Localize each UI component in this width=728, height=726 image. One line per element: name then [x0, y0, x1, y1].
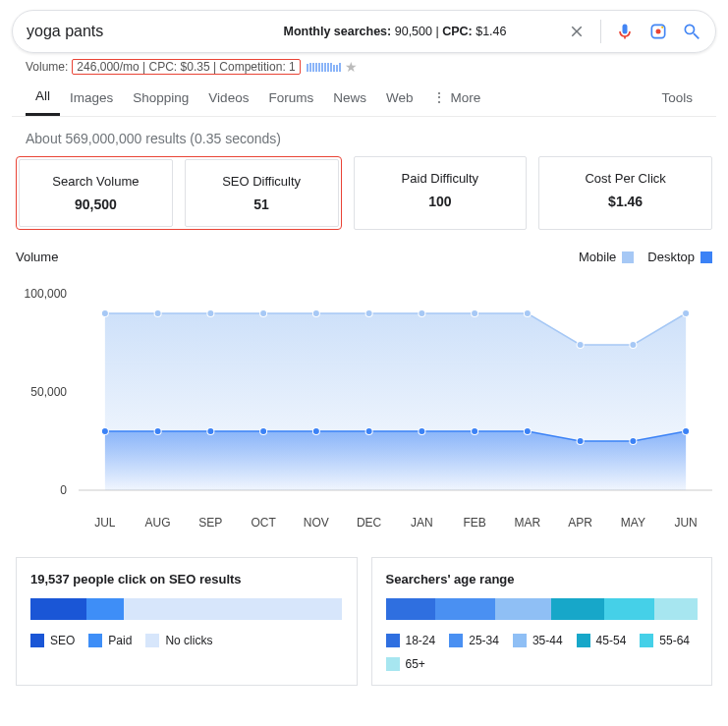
swatch-paid	[88, 634, 102, 647]
svg-point-26	[630, 438, 637, 445]
search-icon[interactable]	[682, 22, 701, 41]
svg-point-9	[365, 310, 372, 317]
svg-point-8	[312, 310, 319, 317]
volume-highlight: 246,000/mo | CPC: $0.35 | Competition: 1	[72, 59, 300, 75]
svg-point-15	[683, 310, 690, 317]
volume-summary-line: Volume: 246,000/mo | CPC: $0.35 | Compet…	[26, 59, 712, 75]
volume-prefix: Volume:	[26, 60, 68, 74]
svg-point-23	[472, 428, 478, 435]
card-paid-difficulty: Paid Difficulty 100	[354, 156, 528, 230]
legend-swatch	[700, 251, 712, 263]
svg-point-7	[260, 310, 267, 317]
svg-point-11	[472, 310, 478, 317]
tabs-row: All Images Shopping Videos Forums News W…	[12, 79, 716, 117]
svg-point-13	[577, 342, 584, 349]
svg-point-24	[524, 428, 531, 435]
age-bar	[386, 598, 699, 620]
star-icon[interactable]: ★	[345, 59, 358, 75]
svg-point-18	[207, 428, 214, 435]
card-label: Search Volume	[26, 174, 166, 189]
svg-point-14	[630, 342, 637, 349]
more-dots-icon: ⋮	[432, 89, 446, 105]
lens-icon[interactable]	[648, 22, 668, 41]
card-value: 90,500	[26, 196, 166, 212]
tab-news[interactable]: News	[323, 81, 376, 115]
card-value: $1.46	[545, 194, 705, 209]
clicks-legend: SEO Paid No clicks	[30, 634, 343, 647]
svg-point-10	[419, 310, 425, 317]
svg-point-17	[154, 428, 161, 435]
panel-title: 19,537 people click on SEO results	[30, 572, 343, 586]
tab-web[interactable]: Web	[376, 81, 423, 115]
tab-videos[interactable]: Videos	[198, 81, 258, 115]
svg-point-5	[154, 310, 161, 317]
card-seo-difficulty: SEO Difficulty 51	[185, 159, 339, 227]
chip-label: No clicks	[165, 634, 212, 647]
monthly-searches-label: Monthly searches:	[283, 25, 391, 38]
panel-title: Searchers' age range	[386, 572, 699, 586]
svg-point-20	[312, 428, 319, 435]
svg-point-27	[683, 428, 690, 435]
chip-label: Paid	[108, 634, 132, 647]
results-meta: About 569,000,000 results (0.35 seconds)	[12, 117, 716, 156]
legend-desktop: Desktop	[647, 250, 712, 264]
legend-swatch	[622, 251, 634, 263]
clicks-panel: 19,537 people click on SEO results SEO P…	[16, 557, 358, 686]
svg-point-4	[101, 310, 108, 317]
legend-label: Desktop	[647, 250, 695, 264]
chart-title: Volume	[16, 250, 58, 264]
highlighted-stats: Search Volume 90,500 SEO Difficulty 51	[16, 156, 342, 230]
card-label: SEO Difficulty	[192, 174, 332, 189]
svg-point-1	[656, 29, 661, 34]
svg-point-12	[524, 310, 531, 317]
svg-point-19	[260, 428, 267, 435]
tab-forums[interactable]: Forums	[258, 81, 323, 115]
card-label: Cost Per Click	[545, 171, 705, 186]
chart-legend: Mobile Desktop	[579, 250, 712, 264]
card-label: Paid Difficulty	[361, 171, 521, 186]
card-search-volume: Search Volume 90,500	[19, 159, 173, 227]
stat-cards-row: Search Volume 90,500 SEO Difficulty 51 P…	[12, 156, 716, 230]
mic-icon[interactable]	[615, 22, 635, 41]
tab-shopping[interactable]: Shopping	[123, 81, 198, 115]
tab-more-label: More	[450, 90, 480, 105]
svg-point-25	[577, 438, 584, 445]
svg-point-22	[419, 428, 425, 435]
search-meta: Monthly searches: 90,500 | CPC: $1.46	[223, 25, 567, 38]
x-axis: JULAUGSEPOCTNOVDECJANFEBMARAPRMAYJUN	[79, 516, 712, 530]
mini-trend-bars	[307, 62, 341, 72]
search-input[interactable]	[27, 23, 223, 40]
card-value: 100	[361, 194, 521, 209]
svg-point-6	[207, 310, 214, 317]
search-bar: Monthly searches: 90,500 | CPC: $1.46	[12, 10, 716, 53]
chip-label: SEO	[50, 634, 75, 647]
age-legend: 18-2425-3435-4445-5455-6465+	[386, 634, 699, 671]
card-cpc: Cost Per Click $1.46	[538, 156, 712, 230]
swatch-noclicks	[145, 634, 159, 647]
cpc-label: CPC:	[442, 25, 473, 38]
swatch-seo	[30, 634, 44, 647]
y-axis: 050,000100,000	[16, 294, 75, 510]
svg-point-2	[661, 27, 663, 28]
cpc-value: $1.46	[476, 25, 506, 38]
card-value: 51	[192, 196, 332, 212]
clear-icon[interactable]	[567, 22, 587, 41]
legend-mobile: Mobile	[579, 250, 634, 264]
clicks-bar	[30, 598, 343, 620]
tab-all[interactable]: All	[26, 79, 60, 116]
tab-images[interactable]: Images	[60, 81, 123, 115]
monthly-searches-value: 90,500	[395, 25, 432, 38]
tab-tools[interactable]: Tools	[651, 81, 702, 115]
svg-point-16	[101, 428, 108, 435]
separator	[600, 20, 601, 43]
chart-plot	[79, 294, 712, 510]
volume-chart: Volume Mobile Desktop 050,000100,000 JUL…	[12, 230, 716, 539]
tab-more[interactable]: ⋮ More	[422, 80, 490, 115]
legend-label: Mobile	[579, 250, 616, 264]
age-panel: Searchers' age range 18-2425-3435-4445-5…	[371, 557, 713, 686]
svg-point-21	[365, 428, 372, 435]
